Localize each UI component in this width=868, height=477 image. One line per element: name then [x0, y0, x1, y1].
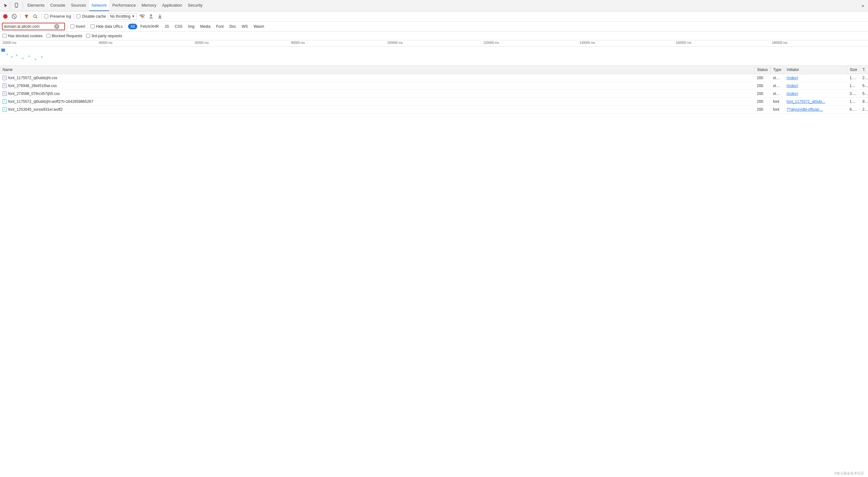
cell-initiator-3[interactable]: font_1175572_qt0ubi... [784, 98, 847, 106]
col-type[interactable]: Type [771, 66, 784, 74]
has-blocked-cookies-label[interactable]: Has blocked cookies [2, 34, 42, 38]
filter-input[interactable] [4, 24, 54, 29]
tick-3: 60000 ms [195, 40, 291, 44]
table-row[interactable]: ✎font_274588_076rc457ij55.css 200 styles… [0, 90, 868, 98]
col-name[interactable]: Name [0, 66, 754, 74]
tab-network[interactable]: Network [89, 0, 110, 11]
has-blocked-cookies-checkbox[interactable] [2, 34, 7, 38]
cell-status-0: 200 [754, 74, 771, 82]
cell-type-0: stylesheet [771, 74, 784, 82]
tick-9: 180000 ms [772, 40, 868, 44]
filter-divider-2 [88, 23, 88, 30]
css-file-icon: ✎ [2, 76, 7, 80]
cell-type-4: font [771, 106, 784, 114]
filter-type-ws[interactable]: WS [239, 24, 250, 29]
cell-time-4: 2. [860, 106, 868, 114]
table-row[interactable]: ✎font_276948_28ii451l5wi.css 200 stylesh… [0, 82, 868, 90]
export-button[interactable] [156, 13, 163, 20]
filter-row: ✕ Invert Hide data URLs All Fetch/XHR JS… [0, 22, 868, 32]
filter-divider-3 [125, 23, 126, 30]
col-status[interactable]: Status [754, 66, 771, 74]
tab-performance[interactable]: Performance [110, 0, 138, 11]
tick-4: 80000 ms [291, 40, 387, 44]
cell-status-4: 200 [754, 106, 771, 114]
third-party-checkbox[interactable] [86, 34, 90, 38]
record-button[interactable] [2, 13, 9, 20]
filter-type-all[interactable]: All [128, 24, 137, 29]
filter-type-css[interactable]: CSS [172, 24, 185, 29]
tab-more-button[interactable]: » [859, 3, 867, 8]
throttle-select[interactable]: No throttling ▼ [108, 13, 137, 20]
search-button[interactable] [32, 13, 39, 20]
filter-input-wrap[interactable]: ✕ [2, 23, 65, 30]
invert-checkbox[interactable] [70, 24, 74, 28]
tick-2: 40000 ms [99, 40, 195, 44]
tab-elements[interactable]: Elements [25, 0, 47, 11]
hide-data-urls-checkbox[interactable] [91, 24, 95, 28]
preserve-log-label[interactable]: Preserve log [44, 14, 71, 19]
table-row[interactable]: Tfont_1253045_xvrxw931er.woff2 200 font … [0, 106, 868, 114]
disable-cache-label[interactable]: Disable cache [76, 14, 106, 19]
filter-type-media[interactable]: Media [197, 24, 213, 29]
filter-type-js[interactable]: JS [162, 24, 172, 29]
network-table-wrap: Name Status Type Initiator Size T. ✎font… [0, 66, 868, 476]
import-button[interactable] [148, 13, 155, 20]
col-size[interactable]: Size [847, 66, 860, 74]
cell-time-3: 9. [860, 98, 868, 106]
svg-line-4 [13, 15, 16, 17]
tl-dot-5 [28, 56, 30, 57]
footer-note: ©格士圆金技术社区 [834, 471, 864, 476]
tick-1: 20000 ms [2, 40, 99, 44]
cell-initiator-4[interactable]: ??aliyun/dbl-official-... [784, 106, 847, 114]
table-row[interactable]: ✎font_1175572_qt0ubitzjhl.css 200 styles… [0, 74, 868, 82]
cell-size-0: 1.9 kB [847, 74, 860, 82]
col-initiator[interactable]: Initiator [784, 66, 847, 74]
clear-button[interactable] [11, 13, 18, 20]
blocked-requests-label[interactable]: Blocked Requests [46, 34, 82, 38]
table-header-row: Name Status Type Initiator Size T. [0, 66, 868, 74]
tl-dot-3 [16, 55, 17, 56]
filter-type-wasm[interactable]: Wasm [251, 24, 267, 29]
cell-size-2: 3.1 kB [847, 90, 860, 98]
svg-point-2 [3, 14, 7, 19]
svg-line-8 [140, 15, 145, 18]
col-time[interactable]: T. [860, 66, 868, 74]
network-conditions-button[interactable] [139, 13, 146, 20]
tab-memory[interactable]: Memory [139, 0, 159, 11]
third-party-label[interactable]: 3rd-party requests [86, 34, 122, 38]
filter-type-doc[interactable]: Doc [227, 24, 239, 29]
hide-data-urls-label[interactable]: Hide data URLs [91, 24, 123, 29]
cell-initiator-2[interactable]: (index) [784, 90, 847, 98]
tab-application[interactable]: Application [160, 0, 185, 11]
filter-type-font[interactable]: Font [214, 24, 226, 29]
filter-type-img[interactable]: Img [185, 24, 197, 29]
tab-console[interactable]: Console [48, 0, 68, 11]
invert-label[interactable]: Invert [70, 24, 85, 29]
tl-dot-1 [6, 54, 8, 55]
preserve-log-checkbox[interactable] [44, 14, 48, 18]
tl-dot-2 [11, 56, 12, 58]
cell-name-3: Tfont_1175572_qt0ubitzjhl.woff2?t=164265… [0, 98, 754, 106]
tick-5: 100000 ms [387, 40, 484, 44]
waterfall-bar-main [1, 49, 5, 52]
cell-name-1: ✎font_276948_28ii451l5wi.css [0, 82, 754, 90]
font-file-icon: T [2, 107, 7, 112]
filter-type-fetch-xhr[interactable]: Fetch/XHR [138, 24, 161, 29]
cell-status-1: 200 [754, 82, 771, 90]
tab-sources[interactable]: Sources [68, 0, 89, 11]
blocked-requests-checkbox[interactable] [46, 34, 51, 38]
tab-divider [23, 2, 23, 9]
network-table: Name Status Type Initiator Size T. ✎font… [0, 66, 868, 114]
svg-rect-1 [16, 6, 17, 7]
filter-clear-button[interactable]: ✕ [54, 24, 59, 29]
cell-status-3: 200 [754, 98, 771, 106]
table-row[interactable]: Tfont_1175572_qt0ubitzjhl.woff2?t=164265… [0, 98, 868, 106]
cell-initiator-0[interactable]: (index) [784, 74, 847, 82]
disable-cache-checkbox[interactable] [76, 14, 81, 18]
tab-security[interactable]: Security [185, 0, 205, 11]
tab-mobile-icon[interactable] [12, 0, 21, 11]
cell-type-3: font [771, 98, 784, 106]
cell-initiator-1[interactable]: (index) [784, 82, 847, 90]
filter-button[interactable] [23, 13, 30, 20]
filter-type-buttons: All Fetch/XHR JS CSS Img Media Font Doc … [128, 24, 267, 29]
